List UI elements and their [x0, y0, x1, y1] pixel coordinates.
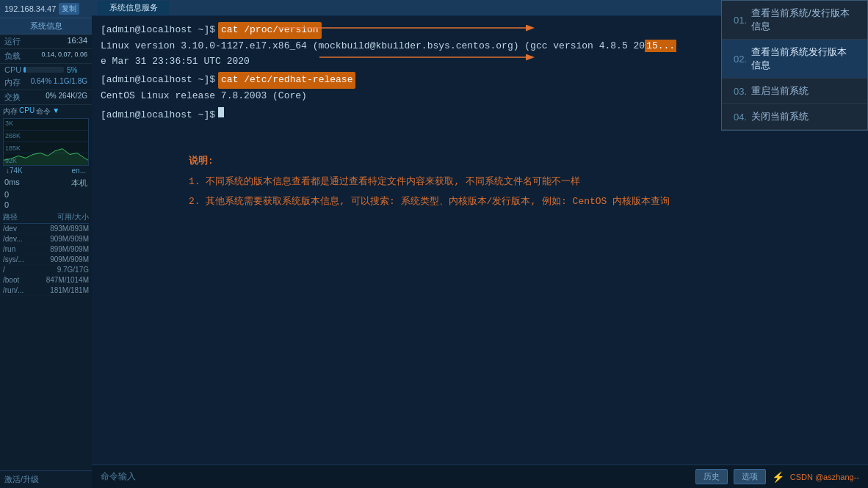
disk-path-header: 路径: [3, 212, 18, 222]
disk-path-dev2: /dev...: [3, 235, 23, 243]
prompt-1: [admin@localhost ~]$: [101, 23, 215, 38]
select-button[interactable]: 选项: [734, 469, 766, 484]
dropdown-num-1: 01.: [734, 15, 747, 26]
ms-val1: 0: [4, 190, 9, 199]
disk-size-sys: 909M/909M: [50, 255, 89, 263]
dropdown-menu: 01. 查看当前系统/发行版本信息 02. 查看当前系统发行版本信息 03. 重…: [721, 0, 868, 131]
dropdown-item-3[interactable]: 03. 重启当前系统: [722, 79, 867, 104]
chart-y-185k: 185K: [5, 145, 21, 152]
bottombar-btns: 历史 选项 ⚡ CSDN @aszhang--: [695, 469, 859, 484]
swap-label: 交换: [4, 92, 21, 103]
ms-row-2: 0: [0, 189, 92, 200]
note-item-1: 1. 不同系统的版本信息查看都是通过查看特定文件内容来获取, 不同系统文件名可能…: [189, 173, 837, 190]
disk-size-runx: 181M/181M: [50, 286, 89, 294]
dropdown-item-2[interactable]: 02. 查看当前系统发行版本信息: [722, 40, 867, 79]
cpu-label: CPU: [4, 65, 21, 74]
chart-y-268k: 268K: [5, 132, 21, 139]
sidebar-ip-row: 192.168.34.47 复制: [0, 0, 92, 18]
disk-row-runx: /run/... 181M/181M: [3, 285, 89, 296]
load-value: 0.14, 0.07, 0.06: [41, 51, 87, 62]
disk-row-run: /run 899M/909M: [3, 244, 89, 255]
disk-row-dev2: /dev... 909M/909M: [3, 234, 89, 244]
prompt-3: [admin@localhost ~]$: [101, 108, 215, 123]
disk-path-dev: /dev: [3, 225, 17, 233]
sidebar-swap-row: 交换 0% 264K/2G: [0, 90, 92, 105]
cpu-bar-bg: [23, 67, 64, 73]
dropdown-label-1: 查看当前系统/发行版本信息: [751, 7, 856, 33]
net-info-row: ↓74K en...: [3, 166, 89, 175]
ms-val2: 0: [4, 200, 9, 209]
sidebar-mem-row: 内存 0.64% 1.1G/1.8G: [0, 76, 92, 90]
cmd-1: cat /proc/version: [218, 22, 322, 39]
ms-label: 0ms: [4, 178, 20, 189]
lightning-icon: ⚡: [772, 471, 784, 483]
prompt-2: [admin@localhost ~]$: [101, 73, 215, 88]
dropdown-item-1[interactable]: 01. 查看当前系统/发行版本信息: [722, 1, 867, 40]
disk-section: 路径 可用/大小 /dev 893M/893M /dev... 909M/909…: [0, 210, 92, 297]
tab-cmd[interactable]: 命令: [36, 106, 51, 117]
disk-size-dev2: 909M/909M: [50, 235, 89, 243]
cpu-chart: 3K 268K 185K 92K: [3, 118, 89, 166]
note-title: 说明:: [189, 154, 837, 167]
right-panel: 系统信息服务 [admin@localhost ~]$ cat /proc/ve…: [92, 0, 868, 488]
disk-row-sys: /sys/... 909M/909M: [3, 255, 89, 265]
csdn-logo: CSDN @aszhang--: [790, 473, 859, 481]
mem-value: 0.64% 1.1G/1.8G: [31, 77, 87, 88]
disk-size-dev: 893M/893M: [50, 225, 89, 233]
chart-y-labels: 3K 268K 185K 92K: [4, 119, 22, 165]
disk-size-header: 可用/大小: [57, 212, 89, 222]
terminal-bottombar: 命令输入 历史 选项 ⚡ CSDN @aszhang--: [92, 465, 868, 488]
local-label: 本机: [71, 178, 87, 189]
tab-mem[interactable]: 内存: [3, 106, 18, 117]
dropdown-label-4: 关闭当前系统: [751, 110, 809, 123]
dropdown-num-3: 03.: [734, 86, 747, 97]
disk-path-runx: /run/...: [3, 286, 23, 294]
cursor: [218, 107, 224, 117]
disk-header: 路径 可用/大小: [3, 211, 89, 224]
dropdown-item-4[interactable]: 04. 关闭当前系统: [722, 104, 867, 130]
uptime-label: 运行: [4, 36, 21, 47]
dropdown-arrow[interactable]: ▼: [52, 106, 59, 117]
sidebar-load-row: 负载 0.14, 0.07, 0.06: [0, 49, 92, 64]
note-section: 说明: 1. 不同系统的版本信息查看都是通过查看特定文件内容来获取, 不同系统文…: [101, 145, 859, 222]
network-interface: en...: [72, 167, 86, 175]
sidebar-cpu-row: CPU 5%: [0, 64, 92, 76]
ms-row-1: 0ms 本机: [0, 177, 92, 189]
disk-row-root: / 9.7G/17G: [3, 265, 89, 275]
sidebar-uptime-row: 运行 16:34: [0, 34, 92, 49]
sidebar-ip-text: 192.168.34.47: [4, 4, 56, 13]
sidebar-sys-info-label: 系统信息: [0, 18, 92, 34]
disk-row-dev: /dev 893M/893M: [3, 224, 89, 234]
disk-size-run: 899M/909M: [50, 245, 89, 253]
ms-row-3: 0: [0, 200, 92, 210]
sidebar: 192.168.34.47 复制 系统信息 运行 16:34 负载 0.14, …: [0, 0, 92, 488]
dropdown-num-4: 04.: [734, 112, 747, 123]
mem-label: 内存: [4, 77, 21, 88]
cmd-input-label: 命令输入: [101, 470, 136, 483]
disk-row-boot: /boot 847M/1014M: [3, 275, 89, 285]
dropdown-label-3: 重启当前系统: [751, 84, 809, 98]
load-label: 负载: [4, 51, 21, 62]
terminal-tab-label: 系统信息服务: [98, 1, 170, 15]
chart-y-92k: 92K: [5, 157, 21, 164]
disk-path-run: /run: [3, 245, 15, 253]
disk-path-boot: /boot: [3, 276, 19, 284]
disk-size-boot: 847M/1014M: [46, 276, 89, 284]
cpu-bar-fill: [23, 67, 26, 73]
download-speed: ↓74K: [6, 167, 23, 175]
dropdown-num-2: 02.: [734, 54, 747, 65]
sidebar-upgrade-btn[interactable]: 激活/升级: [0, 470, 92, 488]
disk-size-root: 9.7G/17G: [57, 266, 89, 274]
disk-path-sys: /sys/...: [3, 255, 24, 263]
tab-cpu[interactable]: CPU: [19, 106, 35, 117]
cmd-2: cat /etc/redhat-release: [218, 72, 355, 89]
chart-y-3k: 3K: [5, 120, 21, 127]
history-button[interactable]: 历史: [695, 469, 728, 484]
uptime-value: 16:34: [67, 36, 87, 47]
disk-path-root: /: [3, 266, 5, 274]
monitor-tabs: 内存 CPU 命令 ▼ 3K 268K 185K 92K: [0, 105, 92, 177]
copy-ip-button[interactable]: 复制: [59, 3, 79, 15]
note-item-2: 2. 其他系统需要获取系统版本信息, 可以搜索: 系统类型、内核版本/发行版本,…: [189, 193, 837, 210]
dropdown-label-2: 查看当前系统发行版本信息: [751, 45, 856, 72]
monitor-tab-bar: 内存 CPU 命令 ▼: [3, 106, 89, 117]
